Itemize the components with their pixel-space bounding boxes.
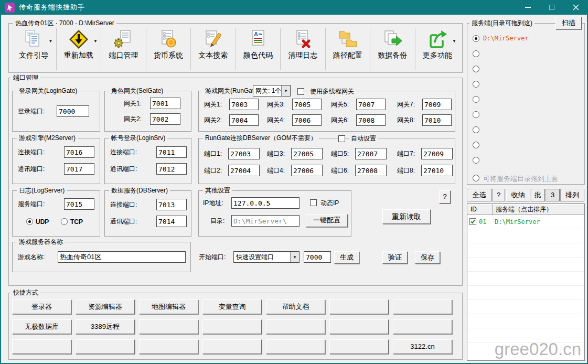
batch-button[interactable]: 批 — [531, 189, 545, 201]
shortcut-button[interactable] — [202, 319, 262, 334]
server-table-row[interactable]: 01 D:\MirServer — [467, 215, 584, 229]
row-checkbox[interactable] — [469, 218, 476, 225]
db-comm-input[interactable] — [156, 216, 187, 227]
rungate-input[interactable] — [292, 99, 322, 110]
dbport-input[interactable] — [355, 165, 387, 176]
rungate-input[interactable] — [356, 114, 386, 126]
sort-button[interactable]: 排列 — [560, 189, 584, 201]
help-small-button[interactable]: ? — [492, 189, 505, 201]
rungate-input[interactable] — [229, 99, 259, 110]
dir-radio[interactable] — [473, 175, 479, 181]
select-all-button[interactable]: 全选 — [467, 189, 491, 201]
dropdown-arrow-icon[interactable]: ▼ — [93, 39, 98, 44]
dir-radio[interactable] — [473, 126, 479, 133]
auto-set-checkbox[interactable] — [338, 135, 345, 142]
toolbar-button-backup[interactable]: 数据备份 — [370, 28, 415, 70]
login-port-input[interactable] — [57, 105, 89, 117]
log-port-input[interactable] — [64, 198, 94, 210]
dropdown-arrow-icon[interactable]: ▼ — [49, 39, 53, 44]
db-connect-input[interactable] — [156, 199, 187, 210]
dropdown-arrow-icon[interactable]: ▼ — [452, 39, 456, 44]
dir-radio[interactable] — [473, 50, 479, 57]
rungate-input[interactable] — [356, 99, 386, 110]
dynamic-ip-checkbox[interactable] — [310, 199, 317, 206]
shortcut-button[interactable]: 地图编辑器 — [139, 299, 198, 314]
loginsrv-connect-input[interactable] — [156, 146, 187, 158]
toolbar-button-path-config[interactable]: 路径配置 — [326, 28, 371, 70]
dir-radio[interactable] — [473, 35, 479, 42]
shortcut-button[interactable] — [393, 299, 452, 314]
start-port-input[interactable] — [304, 251, 331, 263]
shortcut-button[interactable] — [266, 319, 325, 334]
dir-radio[interactable] — [473, 142, 479, 148]
tcp-radio[interactable] — [61, 218, 68, 225]
save-button[interactable]: 保存 — [415, 251, 440, 264]
dbport-input[interactable] — [421, 148, 453, 159]
loginsrv-comm-input[interactable] — [156, 163, 187, 175]
toolbar-button-text-search[interactable]: 文本搜索 — [191, 28, 236, 70]
server-column-header[interactable]: 服务端（点击排序） — [493, 204, 584, 215]
id-column-header[interactable]: ID — [467, 204, 493, 215]
shortcut-button[interactable]: 资源编辑器 — [76, 299, 135, 314]
shortcut-button[interactable]: 帮助文档 — [266, 299, 325, 314]
dir-radio[interactable] — [473, 157, 479, 164]
toolbar-button-file-guide[interactable]: ▼ 文件引导 — [12, 28, 57, 70]
rungate-input[interactable] — [422, 114, 452, 126]
dbport-input[interactable] — [291, 148, 323, 159]
game-name-input[interactable] — [58, 251, 186, 263]
gate2-input[interactable] — [150, 113, 180, 125]
dbport-input[interactable] — [228, 165, 260, 176]
help-button[interactable]: ? — [439, 190, 451, 204]
m2-comm-input[interactable] — [64, 163, 94, 175]
shortcut-button[interactable] — [266, 339, 325, 354]
reread-button[interactable]: 重新读取 — [382, 209, 431, 224]
collect-button[interactable]: 收纳 — [506, 189, 530, 201]
shortcut-button[interactable] — [139, 319, 198, 334]
shortcut-button[interactable]: 3389远程 — [76, 319, 135, 334]
toolbar-button-more[interactable]: ▼ 更多功能 — [415, 28, 460, 70]
toolbar-button-reload[interactable]: ▼ 重新加载 — [57, 28, 102, 70]
start-port-mode-dropdown[interactable]: 快速设置端口 ▼ — [233, 251, 300, 263]
dir-radio[interactable] — [473, 111, 479, 118]
shortcut-button[interactable]: 登录器 — [12, 299, 71, 314]
minimize-button[interactable] — [516, 0, 540, 15]
toolbar-button-currency[interactable]: 货币系统 — [146, 28, 191, 70]
shortcut-button[interactable] — [329, 319, 389, 334]
dir-radio[interactable] — [473, 81, 479, 88]
verify-button[interactable]: 验证 — [382, 251, 408, 264]
rungate-input[interactable] — [422, 99, 452, 110]
multithread-checkbox[interactable] — [297, 88, 304, 95]
dbport-input[interactable] — [355, 148, 387, 159]
gate1-input[interactable] — [150, 98, 180, 109]
dir-radio[interactable] — [473, 96, 479, 103]
toolbar-button-clean-log[interactable]: 清理日志 — [281, 28, 326, 70]
rungate-input[interactable] — [229, 114, 259, 126]
m2-connect-input[interactable] — [64, 146, 94, 158]
generate-button[interactable]: 生成 — [334, 251, 359, 264]
udp-radio[interactable] — [26, 218, 33, 225]
maximize-button[interactable] — [540, 0, 564, 15]
shortcut-button[interactable] — [12, 339, 71, 354]
shortcut-button[interactable]: 无极数据库 — [12, 319, 71, 334]
shortcut-button[interactable] — [393, 319, 452, 334]
close-button[interactable] — [564, 0, 588, 15]
shortcut-button[interactable] — [329, 339, 389, 354]
shortcut-button[interactable] — [202, 339, 262, 354]
dbport-input[interactable] — [291, 165, 323, 176]
toolbar-button-color-code[interactable]: A 颜色代码 — [236, 28, 281, 70]
shortcut-button[interactable] — [76, 339, 135, 354]
ip-input[interactable] — [231, 197, 300, 209]
shortcut-button[interactable] — [139, 339, 198, 354]
toolbar-button-port-manage[interactable]: 端口管理 — [101, 28, 146, 70]
shortcut-button[interactable]: 变量查询 — [202, 299, 262, 314]
dir-radio[interactable] — [473, 66, 479, 72]
dir-input[interactable] — [231, 215, 300, 227]
rungate-input[interactable] — [292, 114, 322, 126]
dbport-input[interactable] — [421, 165, 453, 176]
dbport-input[interactable] — [228, 148, 260, 159]
shortcut-button[interactable] — [329, 299, 389, 314]
shortcut-button[interactable]: 3122.cn — [393, 339, 452, 354]
one-key-config-button[interactable]: 一键配置 — [306, 214, 348, 227]
gate-count-dropdown[interactable]: 网关: 1个 ▼ — [253, 85, 291, 97]
scan-button[interactable]: 扫描 — [555, 17, 582, 29]
